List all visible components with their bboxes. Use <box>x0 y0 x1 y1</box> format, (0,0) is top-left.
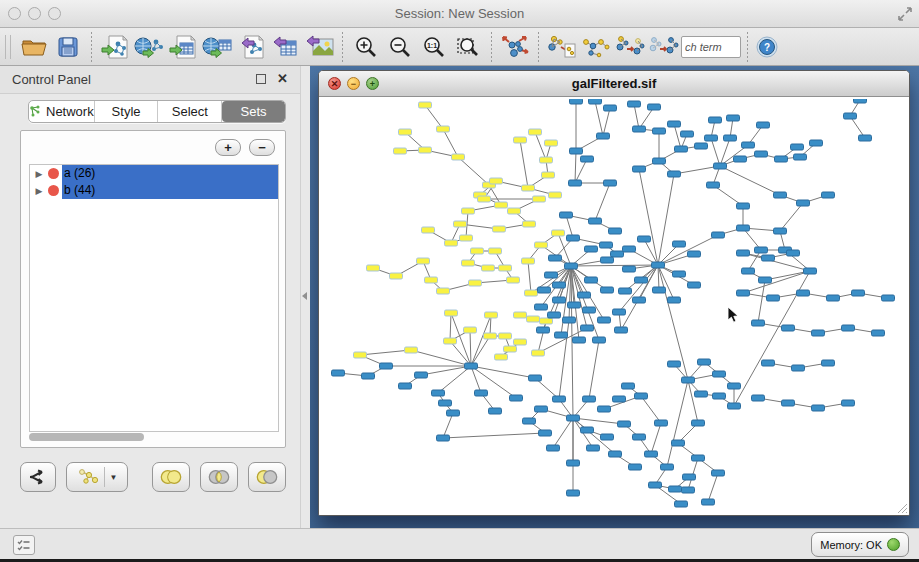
horizontal-scrollbar[interactable] <box>29 433 279 441</box>
graph-node-blue[interactable] <box>645 451 658 457</box>
graph-node-blue[interactable] <box>688 282 701 288</box>
graph-node-blue[interactable] <box>399 383 412 389</box>
graph-node-blue[interactable] <box>380 363 393 369</box>
graph-node-blue[interactable] <box>653 287 666 293</box>
graph-node-blue[interactable] <box>752 320 765 326</box>
graph-node-blue[interactable] <box>489 408 502 414</box>
task-history-button[interactable] <box>13 535 35 555</box>
graph-node-blue[interactable] <box>742 268 755 274</box>
tab-network[interactable]: Network <box>29 101 95 122</box>
graph-node-blue[interactable] <box>581 325 594 331</box>
graph-node-blue[interactable] <box>622 383 635 389</box>
graph-edge[interactable] <box>651 423 661 454</box>
graph-node-yellow[interactable] <box>422 227 435 233</box>
graph-node-blue[interactable] <box>755 247 768 253</box>
graph-node-blue[interactable] <box>728 403 741 409</box>
graph-node-blue[interactable] <box>797 290 810 296</box>
panel-splitter[interactable] <box>300 66 310 528</box>
graph-node-blue[interactable] <box>447 410 460 416</box>
graph-node-yellow[interactable] <box>482 265 495 271</box>
zoom-actual-size-button[interactable]: 1:1 <box>417 31 451 63</box>
graph-node-blue[interactable] <box>581 156 594 162</box>
import-table-file-button[interactable] <box>166 31 200 63</box>
graph-node-blue[interactable] <box>439 400 452 406</box>
graph-node-blue[interactable] <box>712 232 725 238</box>
tab-style[interactable]: Style <box>95 101 159 122</box>
graph-node-yellow[interactable] <box>464 327 477 333</box>
graph-node-blue[interactable] <box>583 307 596 313</box>
graph-node-blue[interactable] <box>668 121 681 127</box>
graph-node-yellow[interactable] <box>523 221 536 227</box>
graph-node-blue[interactable] <box>673 271 686 277</box>
graph-edge[interactable] <box>708 473 718 502</box>
graph-node-blue[interactable] <box>797 200 810 206</box>
graph-edge[interactable] <box>641 396 661 423</box>
graph-edge[interactable] <box>438 366 471 393</box>
graph-node-blue[interactable] <box>682 487 695 493</box>
graph-node-yellow[interactable] <box>514 312 527 318</box>
graph-node-blue[interactable] <box>547 445 560 451</box>
graph-node-yellow[interactable] <box>444 338 457 344</box>
tab-select[interactable]: Select <box>158 101 222 122</box>
graph-node-blue[interactable] <box>734 156 747 162</box>
graph-node-blue[interactable] <box>759 277 772 283</box>
graph-node-blue[interactable] <box>578 292 591 298</box>
close-panel-icon[interactable]: ✕ <box>277 71 288 86</box>
graph-node-blue[interactable] <box>712 470 725 476</box>
graph-node-blue[interactable] <box>553 282 566 288</box>
graph-node-yellow[interactable] <box>540 157 553 163</box>
export-table-button[interactable] <box>268 31 302 63</box>
graph-node-blue[interactable] <box>707 182 720 188</box>
graph-node-yellow[interactable] <box>437 126 450 132</box>
graph-node-blue[interactable] <box>842 325 855 331</box>
graph-node-blue[interactable] <box>600 242 613 248</box>
import-table-url-button[interactable] <box>200 31 234 63</box>
graph-node-blue[interactable] <box>682 377 695 383</box>
graph-node-blue[interactable] <box>535 304 548 310</box>
graph-node-blue[interactable] <box>762 360 775 366</box>
graph-node-blue[interactable] <box>611 251 624 257</box>
graph-edge[interactable] <box>639 169 658 265</box>
graph-edge[interactable] <box>528 261 531 293</box>
graph-node-blue[interactable] <box>633 126 646 132</box>
graph-node-blue[interactable] <box>652 262 665 268</box>
graph-node-blue[interactable] <box>609 451 622 457</box>
graph-node-yellow[interactable] <box>542 172 555 178</box>
graph-node-blue[interactable] <box>539 430 552 436</box>
graph-edge[interactable] <box>688 380 698 423</box>
graph-node-blue[interactable] <box>752 395 765 401</box>
graph-node-blue[interactable] <box>844 113 857 119</box>
graph-edge[interactable] <box>425 105 443 129</box>
graph-node-blue[interactable] <box>683 474 696 480</box>
graph-node-yellow[interactable] <box>390 273 403 279</box>
add-set-button[interactable]: + <box>215 139 241 156</box>
graph-node-yellow[interactable] <box>399 129 412 135</box>
export-network-button[interactable] <box>234 31 268 63</box>
graph-node-blue[interactable] <box>762 255 775 261</box>
graph-edge[interactable] <box>450 313 451 341</box>
graph-edge[interactable] <box>443 413 453 438</box>
graph-node-blue[interactable] <box>465 363 478 369</box>
graph-node-blue[interactable] <box>655 420 668 426</box>
graph-node-blue[interactable] <box>692 455 705 461</box>
graph-edge[interactable] <box>535 132 546 160</box>
graph-node-blue[interactable] <box>774 228 787 234</box>
graph-node-yellow[interactable] <box>462 208 475 214</box>
graph-node-blue[interactable] <box>767 295 780 301</box>
network-graph[interactable] <box>329 99 899 511</box>
graph-node-blue[interactable] <box>661 464 674 470</box>
graph-edge[interactable] <box>411 350 471 366</box>
graph-edge[interactable] <box>450 341 471 366</box>
graph-node-blue[interactable] <box>649 482 662 488</box>
graph-node-blue[interactable] <box>601 434 614 440</box>
graph-node-yellow[interactable] <box>533 196 546 202</box>
expander-triangle-icon[interactable]: ▶ <box>30 169 48 179</box>
graph-node-yellow[interactable] <box>437 288 450 294</box>
graph-node-blue[interactable] <box>628 101 641 107</box>
graph-node-blue[interactable] <box>555 332 568 338</box>
graph-node-blue[interactable] <box>529 375 542 381</box>
graph-node-yellow[interactable] <box>419 147 432 153</box>
graph-node-yellow[interactable] <box>490 178 503 184</box>
export-image-button[interactable] <box>302 31 336 63</box>
graph-node-yellow[interactable] <box>460 235 473 241</box>
